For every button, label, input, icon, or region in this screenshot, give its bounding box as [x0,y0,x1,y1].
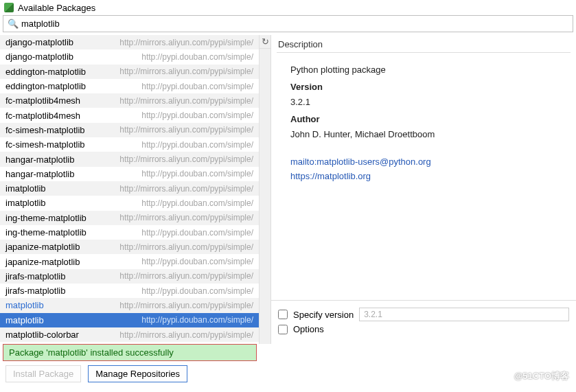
package-name: fc-matplotlib4mesh [5,111,80,121]
package-name: hangar-matplotlib [5,169,74,179]
package-row[interactable]: fc-matplotlib4meshhttp://pypi.douban.com… [0,108,259,122]
package-row[interactable]: eddington-matplotlibhttp://mirrors.aliyu… [0,65,259,79]
package-url: http://mirrors.aliyun.com/pypi/simple/ [119,184,253,194]
package-row[interactable]: ing-theme-matplotlibhttp://mirrors.aliyu… [0,211,259,225]
package-name: imatplotlib [5,198,46,208]
package-url: http://mirrors.aliyun.com/pypi/simple/ [119,96,253,106]
options-label: Options [293,324,324,334]
package-row[interactable]: ing-theme-matplotlibhttp://pypi.douban.c… [0,225,259,240]
status-message: Package 'matplotlib' installed successfu… [3,344,257,361]
mail-link[interactable]: mailto:matplotlib-users@python.org [290,155,566,170]
package-name: jirafs-matplotlib [5,286,65,296]
package-url: http://mirrors.aliyun.com/pypi/simple/ [119,301,253,310]
package-url: http://mirrors.aliyun.com/pypi/simple/ [119,125,253,135]
package-url: http://mirrors.aliyun.com/pypi/simple/ [119,271,253,281]
package-url: http://pypi.douban.com/simple/ [141,82,253,91]
package-url: http://mirrors.aliyun.com/pypi/simple/ [119,330,253,340]
specify-version-label: Specify version [293,310,354,320]
package-name: ing-theme-matplotlib [5,213,87,223]
window-titlebar: Available Packages [0,0,576,15]
package-url: http://mirrors.aliyun.com/pypi/simple/ [119,38,253,47]
package-url: http://pypi.douban.com/simple/ [141,169,253,178]
package-row[interactable]: hangar-matplotlibhttp://pypi.douban.com/… [0,167,259,181]
package-row[interactable]: jirafs-matplotlibhttp://mirrors.aliyun.c… [0,269,259,284]
package-row[interactable]: matplotlibhttp://mirrors.aliyun.com/pypi… [0,298,259,312]
package-row[interactable]: eddington-matplotlibhttp://pypi.douban.c… [0,79,259,93]
package-row[interactable]: jirafs-matplotlibhttp://pypi.douban.com/… [0,284,259,298]
specify-version-input [359,308,569,321]
description-header: Description [271,35,576,52]
search-input[interactable] [21,17,568,30]
refresh-icon[interactable]: ↻ [260,35,270,49]
description-body: Python plotting package Version 3.2.1 Au… [271,53,576,184]
package-url: http://mirrors.aliyun.com/pypi/simple/ [119,242,253,252]
author-value: John D. Hunter, Michael Droettboom [290,127,566,141]
app-icon [4,3,14,12]
package-list[interactable]: django-matplotlibhttp://mirrors.aliyun.c… [0,35,259,344]
package-name: eddington-matplotlib [5,81,86,91]
package-url: http://pypi.douban.com/simple/ [141,140,253,150]
package-name: eddington-matplotlib [5,67,86,77]
version-label: Version [290,80,566,94]
package-row[interactable]: django-matplotlibhttp://mirrors.aliyun.c… [0,35,259,49]
package-row[interactable]: fc-matplotlib4meshhttp://mirrors.aliyun.… [0,93,259,108]
scroll-column: ↻ [259,35,270,344]
package-name: django-matplotlib [5,37,73,47]
package-row[interactable]: imatplotlibhttp://pypi.douban.com/simple… [0,196,259,210]
package-url: http://pypi.douban.com/simple/ [141,228,253,238]
manage-repositories-button[interactable]: Manage Repositories [88,365,187,382]
package-url: http://mirrors.aliyun.com/pypi/simple/ [119,213,253,222]
package-url: http://pypi.douban.com/simple/ [141,286,253,296]
search-bar[interactable]: 🔍 [3,15,573,32]
package-row[interactable]: hangar-matplotlibhttp://mirrors.aliyun.c… [0,152,259,166]
install-package-button: Install Package [5,365,81,382]
package-name: jirafs-matplotlib [5,271,65,281]
package-name: fc-simesh-matplotlib [5,125,85,135]
package-name: japanize-matplotlib [5,242,80,252]
package-name: django-matplotlib [5,51,73,62]
package-name: matplotlib [5,300,44,310]
package-row[interactable]: matplotlibhttp://pypi.douban.com/simple/ [0,313,259,327]
package-url: http://pypi.douban.com/simple/ [141,52,253,62]
package-name: matplotlib [5,315,44,325]
web-link[interactable]: https://matplotlib.org [290,170,566,184]
package-url: http://mirrors.aliyun.com/pypi/simple/ [119,67,253,76]
package-row[interactable]: fc-simesh-matplotlibhttp://pypi.douban.c… [0,137,259,152]
version-value: 3.2.1 [290,95,566,109]
package-name: fc-matplotlib4mesh [5,95,80,106]
package-row[interactable]: japanize-matplotlibhttp://mirrors.aliyun… [0,240,259,254]
package-url: http://pypi.douban.com/simple/ [141,198,253,208]
package-name: japanize-matplotlib [5,257,80,267]
author-label: Author [290,112,566,126]
package-name: matplotlib-colorbar [5,330,79,340]
package-name: imatplotlib [5,183,46,194]
package-row[interactable]: django-matplotlibhttp://pypi.douban.com/… [0,49,259,64]
search-icon: 🔍 [8,19,19,29]
package-url: http://pypi.douban.com/simple/ [141,257,253,266]
specify-version-checkbox[interactable] [278,310,288,319]
package-row[interactable]: imatplotlibhttp://mirrors.aliyun.com/pyp… [0,181,259,196]
package-summary: Python plotting package [290,62,566,77]
package-row[interactable]: japanize-matplotlibhttp://pypi.douban.co… [0,254,259,268]
package-name: ing-theme-matplotlib [5,227,87,238]
package-name: hangar-matplotlib [5,154,74,165]
package-row[interactable]: matplotlib-colorbarhttp://mirrors.aliyun… [0,327,259,342]
package-row[interactable]: fc-simesh-matplotlibhttp://mirrors.aliyu… [0,123,259,137]
package-url: http://pypi.douban.com/simple/ [141,111,253,120]
package-name: fc-simesh-matplotlib [5,139,85,150]
window-title: Available Packages [18,3,95,13]
options-checkbox[interactable] [278,325,288,334]
watermark: @51CTO博客 [514,370,569,382]
package-url: http://mirrors.aliyun.com/pypi/simple/ [119,154,253,164]
package-url: http://pypi.douban.com/simple/ [141,315,253,325]
